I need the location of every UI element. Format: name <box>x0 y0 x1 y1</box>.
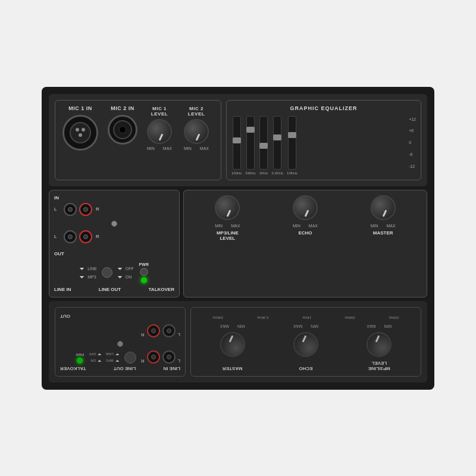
ts-jack[interactable] <box>108 115 137 145</box>
master-max: MAX <box>386 224 395 228</box>
echo-max: MAX <box>309 224 318 228</box>
mirror-rca1 <box>162 350 176 364</box>
rca-out-right-inner <box>83 234 88 239</box>
l-in-label: L <box>54 206 60 212</box>
controls-knobs-row: MIN MAX MIN MAX MIN <box>189 195 422 228</box>
echo-knob[interactable] <box>293 195 318 220</box>
mirror-rca-row2: L R <box>60 324 180 337</box>
mirror-k2 <box>293 332 318 357</box>
line-switch-row: ⏷ LINE <box>79 265 97 272</box>
mirror-button <box>124 352 136 364</box>
eq-handle-4[interactable] <box>273 134 281 140</box>
eq-title: GRAPHIC EQUALIZER <box>231 105 416 111</box>
mic2-input-group: MIC 2 IN <box>108 105 137 151</box>
line-section-labels: LINE IN LINE OUT TALKOVER <box>54 287 174 292</box>
rca-in-left[interactable] <box>64 203 77 216</box>
mirror-k3 <box>220 332 245 357</box>
r-out-label: R <box>96 234 102 239</box>
eq-track-4[interactable] <box>273 116 281 170</box>
xlr-pin <box>76 128 79 131</box>
xlr-pin <box>82 128 85 131</box>
on-label: ON <box>126 275 132 279</box>
mic2-level-label: MIC 2LEVEL <box>188 106 205 117</box>
r-in-label: R <box>96 206 102 212</box>
line-in-label: LINE IN <box>54 287 71 292</box>
talkover-label: TALKOVER <box>149 287 174 292</box>
master-section: MIN MAX <box>371 195 396 228</box>
mic2-level-knob[interactable] <box>184 119 209 144</box>
mp3-icon: ⏷ <box>79 274 85 280</box>
mirror-talkover: TALKOVER <box>60 366 86 371</box>
ts-inner <box>113 120 132 139</box>
mirror-screw <box>117 341 123 347</box>
eq-band-10khz: 10KHz <box>287 116 298 175</box>
mic-section: MIC 1 IN <box>55 100 221 180</box>
eq-freq-4: 3.3KHz <box>271 171 283 175</box>
mirror-pwr: PWR <box>74 350 85 364</box>
mic-knobs-group: MIC 1LEVEL MIN MAX MIC 2LEVEL MIN MAX <box>147 105 209 151</box>
mp3-line-knob[interactable] <box>215 195 240 220</box>
mic2-min: MIN <box>184 146 192 151</box>
mirror-rca-row1: L R ⏷ MP3 ⏷ LINE ⏷ <box>60 350 180 364</box>
pwr-label: PWR <box>139 262 149 267</box>
echo-section: MIN MAX <box>293 195 318 228</box>
onoff-group: ⏷ OFF ⏷ ON <box>117 265 134 280</box>
top-panel: MIC 1 IN <box>49 94 427 186</box>
mirror-rca3 <box>162 324 176 337</box>
rca-in-right[interactable] <box>79 203 92 216</box>
mic2-level-section: MIC 2LEVEL MIN MAX <box>184 106 209 151</box>
xlr-jack[interactable] <box>62 115 98 151</box>
eq-freq-3: 1KHz <box>259 171 268 175</box>
mirror-onoff: ⏷ ON ⏷ OFF <box>89 350 102 364</box>
eq-scale-0: 0 <box>409 140 416 145</box>
pwr-area <box>102 267 112 278</box>
xlr-pin-bottom <box>79 133 82 137</box>
pwr-led <box>141 277 147 283</box>
mp3-line-min: MIN <box>215 224 223 228</box>
mirror-pwr-led <box>77 358 83 364</box>
l-out-label: L <box>54 234 60 239</box>
eq-freq-2: 330Hz <box>245 171 255 175</box>
mic2-max: MAX <box>200 146 209 151</box>
mic1-max: MAX <box>163 146 172 151</box>
in-label: IN <box>54 195 60 201</box>
off-label: OFF <box>126 267 134 271</box>
eq-body: 100Hz 330Hz 1KHz <box>231 116 416 175</box>
rca-out-left[interactable] <box>64 230 77 243</box>
rca-in-group <box>64 203 92 216</box>
mirror-rca4 <box>147 324 160 337</box>
eq-track-2[interactable] <box>246 116 255 170</box>
eq-band-33khz: 3.3KHz <box>271 116 283 175</box>
mic1-label: MIC 1 IN <box>68 105 92 111</box>
mp3-line-label: MP3/LINELEVEL <box>189 230 267 241</box>
pwr-button[interactable] <box>140 268 148 276</box>
mirror-out-label: OUT <box>60 314 70 319</box>
mp3-switch-label: MP3 <box>87 275 96 279</box>
rca-out-row: L R <box>54 230 174 243</box>
mirror-knob2: MIN MAX <box>293 324 318 357</box>
eq-handle-2[interactable] <box>246 127 255 133</box>
eq-handle-3[interactable] <box>259 143 268 149</box>
mp3-switch-row: ⏷ MP3 <box>79 274 97 280</box>
mirror-knob3: MIN MAX <box>220 324 245 357</box>
mic2-minmax: MIN MAX <box>184 146 209 151</box>
line-out-label: LINE OUT <box>99 287 121 292</box>
mic1-level-label: MIC 1LEVEL <box>151 106 168 117</box>
eq-handle-1[interactable] <box>233 137 241 143</box>
talkover-area: ⏷ LINE ⏷ MP3 ⏷ <box>54 262 174 283</box>
line-section: IN L R L <box>49 190 180 298</box>
eq-handle-5[interactable] <box>288 132 296 138</box>
rca-out-right[interactable] <box>79 230 92 243</box>
eq-band-330hz: 330Hz <box>245 116 255 175</box>
master-knob[interactable] <box>371 195 396 220</box>
master-min: MIN <box>371 224 378 228</box>
mic1-level-knob[interactable] <box>147 119 172 144</box>
rca-in-row: L R <box>54 203 174 216</box>
master-label: MASTER <box>344 230 422 241</box>
mirror-left: LINE IN LINE OUT TALKOVER L R ⏷ MP3 ⏷ <box>55 307 186 377</box>
rca-out-group <box>64 230 92 243</box>
eq-track-5[interactable] <box>288 116 296 170</box>
eq-track-3[interactable] <box>259 116 268 170</box>
talkover-button[interactable] <box>102 267 112 278</box>
eq-track-1[interactable] <box>233 116 241 170</box>
